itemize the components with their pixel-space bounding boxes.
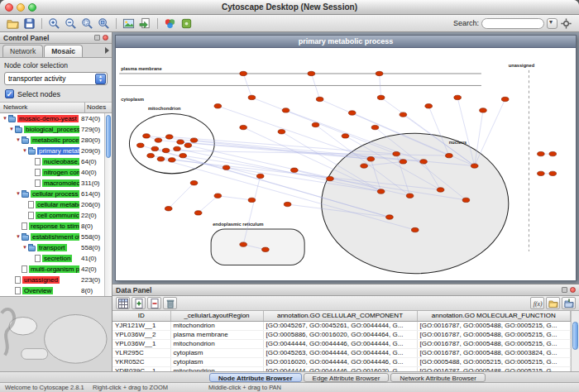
table-cell[interactable]: [GO:0044444, GO:0044446, GO:0016020, G..… [263, 366, 417, 371]
graph-node[interactable] [143, 134, 151, 138]
vizmapper-icon[interactable] [162, 16, 178, 31]
graph-node[interactable] [367, 157, 375, 161]
table-cell[interactable]: [GO:0005886, GO:0016020, GO:0044464, G..… [263, 330, 417, 339]
graph-node[interactable] [393, 151, 400, 155]
graph-node[interactable] [248, 95, 256, 99]
table-cell[interactable]: YPL036W__1 [112, 339, 170, 348]
table-cell[interactable]: mitochondrion [170, 339, 263, 348]
expand-toggle-icon[interactable]: ▼ [15, 135, 22, 146]
graph-node[interactable] [240, 71, 247, 75]
tree-item[interactable]: ▼cellular process614(0) [0, 189, 104, 199]
table-scrollbar[interactable] [571, 311, 579, 371]
graph-node[interactable] [462, 198, 470, 202]
table-cell[interactable]: [GO:0016020, GO:0044444, GO:0044446, G..… [263, 357, 417, 366]
table-row[interactable]: YJR121W__1mitochondrion[GO:0045267, GO:0… [112, 321, 571, 330]
minimize-window-button[interactable] [17, 3, 25, 12]
table-cell[interactable]: cytoplasm [170, 357, 263, 366]
table-cell[interactable]: YPL036W__2 [112, 330, 170, 339]
graph-node[interactable] [425, 104, 433, 108]
tree-scrollbar-thumb[interactable] [106, 115, 111, 158]
tab-network[interactable]: Network [2, 45, 43, 57]
graph-node[interactable] [291, 168, 299, 172]
graph-node[interactable] [214, 194, 222, 198]
graph-node[interactable] [480, 108, 487, 112]
select-attributes-icon[interactable] [116, 297, 130, 309]
graph-node[interactable] [316, 97, 323, 101]
graph-node[interactable] [162, 148, 170, 152]
tree-item[interactable]: Overview8(0) [0, 285, 104, 296]
zoom-window-button[interactable] [28, 3, 36, 12]
graph-node[interactable] [157, 157, 165, 161]
tab-node-attribute-browser[interactable]: Node Attribute Browser [209, 373, 302, 382]
window-titlebar[interactable]: Cytoscape Desktop (New Session) [0, 0, 579, 15]
graph-node[interactable] [400, 160, 407, 164]
tree-item[interactable]: ▼biological_process729(0) [0, 124, 104, 135]
graph-node[interactable] [284, 202, 291, 206]
close-window-button[interactable] [5, 3, 13, 12]
zoom-out-icon[interactable] [63, 16, 79, 31]
import-attributes-icon[interactable] [546, 297, 560, 309]
graph-edge[interactable] [218, 196, 251, 200]
region-endoplasmic-reticulum[interactable] [211, 229, 304, 265]
graph-node[interactable] [406, 194, 414, 198]
tree-item[interactable]: macromolecule metabolic process311(0) [0, 178, 104, 189]
table-cell[interactable]: [GO:0044444, GO:0044446, GO:0044444, G..… [263, 339, 417, 348]
graph-node[interactable] [282, 108, 290, 112]
graph-node[interactable] [501, 97, 509, 101]
graph-node[interactable] [223, 165, 230, 170]
graph-node[interactable] [240, 125, 247, 129]
graph-node[interactable] [177, 140, 184, 144]
tree-item[interactable]: ▼metabolic process280(0) [0, 135, 104, 146]
node-color-select[interactable]: transporter activity [4, 72, 108, 85]
graph-node[interactable] [538, 171, 545, 175]
graph-node[interactable] [147, 153, 155, 157]
tree-item[interactable]: ▼primary metabolic process209(0) [0, 146, 104, 156]
table-cell[interactable]: [GO:0016787, GO:0005488, GO:0005215, G..… [417, 330, 571, 339]
table-scrollbar-thumb[interactable] [572, 322, 578, 350]
tree-item[interactable]: ▼transport558(0) [0, 242, 104, 253]
table-cell[interactable]: plasma membrane [170, 330, 263, 339]
graph-node[interactable] [174, 146, 181, 151]
table-row[interactable]: YDR039C__1mitochondrion[GO:0044444, GO:0… [112, 366, 571, 371]
birdseye-view[interactable] [0, 296, 112, 371]
show-details-icon[interactable] [121, 16, 136, 31]
tab-overflow-icon[interactable] [105, 47, 109, 54]
delete-attribute-icon[interactable] [147, 297, 161, 309]
graph-node[interactable] [377, 95, 385, 99]
column-header[interactable]: annotation.GO CELLULAR_COMPONENT [263, 311, 417, 321]
graph-node[interactable] [437, 188, 444, 192]
tab-network-attribute-browser[interactable]: Network Attribute Browser [390, 373, 485, 382]
graph-edge[interactable] [169, 183, 194, 208]
graph-node[interactable] [136, 143, 144, 147]
tree-item[interactable]: secretion41(0) [0, 253, 104, 264]
graph-edge[interactable] [199, 196, 218, 213]
graph-node[interactable] [376, 71, 383, 75]
graph-node[interactable] [454, 95, 462, 99]
graph-node[interactable] [471, 164, 478, 168]
column-header[interactable]: _cellularLayoutRegion [170, 311, 263, 321]
graph-node[interactable] [165, 207, 172, 211]
graph-node[interactable] [377, 189, 385, 194]
table-cell[interactable]: [GO:0016787, GO:0005488, GO:0003824, G..… [417, 348, 571, 357]
expand-toggle-icon[interactable]: ▼ [8, 124, 15, 135]
table-cell[interactable]: [GO:0016787, GO:0005488, GO:0005215, G..… [417, 321, 571, 330]
select-nodes-checkbox[interactable] [5, 89, 14, 98]
close-data-panel-icon[interactable] [570, 287, 576, 293]
tree-item[interactable]: unassigned223(0) [0, 275, 104, 285]
graph-node[interactable] [549, 171, 557, 175]
table-cell[interactable]: mitochondrion [170, 321, 263, 330]
graph-node[interactable] [348, 111, 356, 115]
float-panel-icon[interactable] [94, 35, 100, 41]
tree-item[interactable]: ▼establishment of localization558(0) [0, 232, 104, 242]
table-cell[interactable]: cytoplasm [170, 348, 263, 357]
close-panel-icon[interactable] [103, 35, 108, 41]
graph-edge[interactable] [311, 74, 319, 99]
tree-item[interactable]: cellular metabolic process206(0) [0, 199, 104, 210]
table-cell[interactable]: [GO:0045263, GO:0044444, GO:0044444, G..… [263, 348, 417, 357]
graph-node[interactable] [179, 153, 187, 157]
table-cell[interactable]: [GO:0005488, GO:0005215, GO:0005215, G..… [417, 357, 571, 366]
expand-toggle-icon[interactable]: ▼ [2, 113, 8, 124]
table-cell[interactable]: YLR295C [112, 348, 170, 357]
table-cell[interactable]: [GO:0016787, GO:0005488, GO:0005215, G..… [417, 339, 571, 348]
table-cell[interactable]: YKR052C [112, 357, 170, 366]
